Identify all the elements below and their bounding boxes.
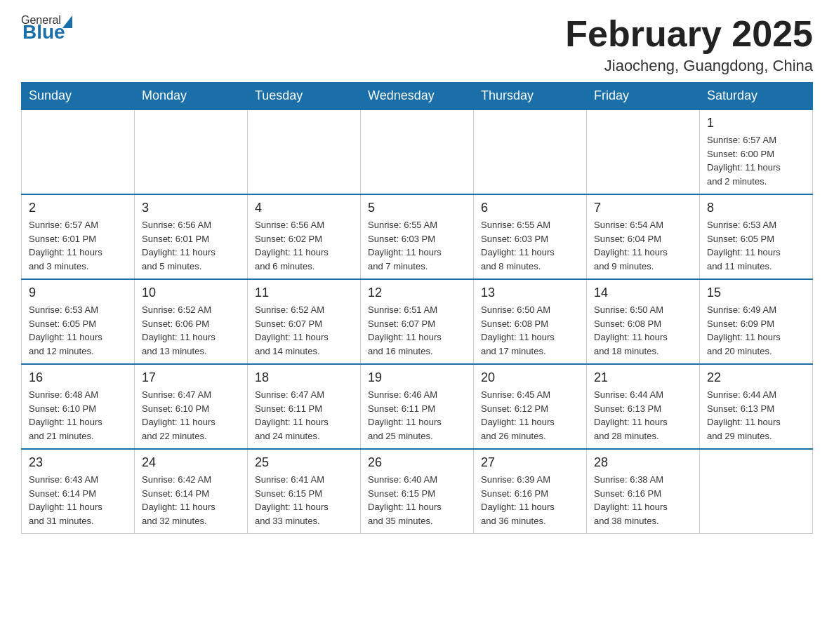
calendar-cell: 27Sunrise: 6:39 AMSunset: 6:16 PMDayligh… xyxy=(474,449,587,534)
day-number: 8 xyxy=(707,201,805,215)
day-info: Sunrise: 6:47 AMSunset: 6:11 PMDaylight:… xyxy=(255,388,353,443)
weekday-header-friday: Friday xyxy=(587,83,700,110)
day-number: 28 xyxy=(594,455,692,470)
location: Jiaocheng, Guangdong, China xyxy=(565,57,813,75)
day-number: 7 xyxy=(594,201,692,215)
calendar-cell: 25Sunrise: 6:41 AMSunset: 6:15 PMDayligh… xyxy=(248,449,361,534)
calendar-cell xyxy=(700,449,813,534)
day-number: 10 xyxy=(142,286,240,300)
logo-arrow-icon xyxy=(62,15,72,28)
day-info: Sunrise: 6:54 AMSunset: 6:04 PMDaylight:… xyxy=(594,218,692,273)
day-info: Sunrise: 6:56 AMSunset: 6:02 PMDaylight:… xyxy=(255,218,353,273)
calendar-cell: 14Sunrise: 6:50 AMSunset: 6:08 PMDayligh… xyxy=(587,279,700,364)
day-info: Sunrise: 6:47 AMSunset: 6:10 PMDaylight:… xyxy=(142,388,240,443)
day-number: 19 xyxy=(368,370,466,385)
day-info: Sunrise: 6:45 AMSunset: 6:12 PMDaylight:… xyxy=(481,388,579,443)
day-number: 21 xyxy=(594,370,692,385)
day-number: 23 xyxy=(29,455,127,470)
title-section: February 2025 Jiaocheng, Guangdong, Chin… xyxy=(565,14,813,75)
calendar-cell: 23Sunrise: 6:43 AMSunset: 6:14 PMDayligh… xyxy=(22,449,135,534)
calendar-cell: 1Sunrise: 6:57 AMSunset: 6:00 PMDaylight… xyxy=(700,109,813,194)
day-number: 9 xyxy=(29,286,127,300)
day-info: Sunrise: 6:52 AMSunset: 6:07 PMDaylight:… xyxy=(255,303,353,358)
calendar-week-5: 23Sunrise: 6:43 AMSunset: 6:14 PMDayligh… xyxy=(22,449,813,534)
day-info: Sunrise: 6:50 AMSunset: 6:08 PMDaylight:… xyxy=(594,303,692,358)
day-info: Sunrise: 6:55 AMSunset: 6:03 PMDaylight:… xyxy=(368,218,466,273)
page-header: General Blue February 2025 Jiaocheng, Gu… xyxy=(21,14,813,75)
month-title: February 2025 xyxy=(565,14,813,54)
day-number: 14 xyxy=(594,286,692,300)
day-info: Sunrise: 6:51 AMSunset: 6:07 PMDaylight:… xyxy=(368,303,466,358)
calendar-cell: 10Sunrise: 6:52 AMSunset: 6:06 PMDayligh… xyxy=(135,279,248,364)
day-number: 6 xyxy=(481,201,579,215)
calendar-cell: 8Sunrise: 6:53 AMSunset: 6:05 PMDaylight… xyxy=(700,194,813,279)
weekday-header-monday: Monday xyxy=(135,83,248,110)
calendar-cell xyxy=(587,109,700,194)
calendar-cell: 24Sunrise: 6:42 AMSunset: 6:14 PMDayligh… xyxy=(135,449,248,534)
day-number: 4 xyxy=(255,201,353,215)
calendar-cell: 3Sunrise: 6:56 AMSunset: 6:01 PMDaylight… xyxy=(135,194,248,279)
calendar-cell xyxy=(361,109,474,194)
calendar-cell xyxy=(135,109,248,194)
day-number: 26 xyxy=(368,455,466,470)
weekday-header-thursday: Thursday xyxy=(474,83,587,110)
calendar-cell: 21Sunrise: 6:44 AMSunset: 6:13 PMDayligh… xyxy=(587,364,700,449)
calendar-cell: 11Sunrise: 6:52 AMSunset: 6:07 PMDayligh… xyxy=(248,279,361,364)
day-number: 2 xyxy=(29,201,127,215)
weekday-header-row: SundayMondayTuesdayWednesdayThursdayFrid… xyxy=(22,83,813,110)
day-info: Sunrise: 6:55 AMSunset: 6:03 PMDaylight:… xyxy=(481,218,579,273)
calendar-cell: 26Sunrise: 6:40 AMSunset: 6:15 PMDayligh… xyxy=(361,449,474,534)
day-info: Sunrise: 6:50 AMSunset: 6:08 PMDaylight:… xyxy=(481,303,579,358)
day-info: Sunrise: 6:53 AMSunset: 6:05 PMDaylight:… xyxy=(29,303,127,358)
calendar-cell: 15Sunrise: 6:49 AMSunset: 6:09 PMDayligh… xyxy=(700,279,813,364)
day-number: 12 xyxy=(368,286,466,300)
weekday-header-saturday: Saturday xyxy=(700,83,813,110)
calendar-cell xyxy=(22,109,135,194)
calendar-cell: 2Sunrise: 6:57 AMSunset: 6:01 PMDaylight… xyxy=(22,194,135,279)
day-info: Sunrise: 6:57 AMSunset: 6:01 PMDaylight:… xyxy=(29,218,127,273)
day-number: 25 xyxy=(255,455,353,470)
day-number: 5 xyxy=(368,201,466,215)
day-info: Sunrise: 6:38 AMSunset: 6:16 PMDaylight:… xyxy=(594,473,692,528)
calendar-cell: 7Sunrise: 6:54 AMSunset: 6:04 PMDaylight… xyxy=(587,194,700,279)
day-info: Sunrise: 6:57 AMSunset: 6:00 PMDaylight:… xyxy=(707,133,805,188)
calendar-cell: 9Sunrise: 6:53 AMSunset: 6:05 PMDaylight… xyxy=(22,279,135,364)
weekday-header-tuesday: Tuesday xyxy=(248,83,361,110)
calendar-cell: 28Sunrise: 6:38 AMSunset: 6:16 PMDayligh… xyxy=(587,449,700,534)
day-number: 15 xyxy=(707,286,805,300)
day-info: Sunrise: 6:42 AMSunset: 6:14 PMDaylight:… xyxy=(142,473,240,528)
day-number: 13 xyxy=(481,286,579,300)
day-number: 1 xyxy=(707,116,805,130)
day-number: 11 xyxy=(255,286,353,300)
weekday-header-wednesday: Wednesday xyxy=(361,83,474,110)
calendar-cell: 6Sunrise: 6:55 AMSunset: 6:03 PMDaylight… xyxy=(474,194,587,279)
day-number: 18 xyxy=(255,370,353,385)
calendar-cell: 18Sunrise: 6:47 AMSunset: 6:11 PMDayligh… xyxy=(248,364,361,449)
calendar-cell: 20Sunrise: 6:45 AMSunset: 6:12 PMDayligh… xyxy=(474,364,587,449)
day-number: 16 xyxy=(29,370,127,385)
day-info: Sunrise: 6:46 AMSunset: 6:11 PMDaylight:… xyxy=(368,388,466,443)
calendar-cell: 4Sunrise: 6:56 AMSunset: 6:02 PMDaylight… xyxy=(248,194,361,279)
calendar-cell xyxy=(474,109,587,194)
day-number: 22 xyxy=(707,370,805,385)
calendar-cell: 22Sunrise: 6:44 AMSunset: 6:13 PMDayligh… xyxy=(700,364,813,449)
calendar-cell: 12Sunrise: 6:51 AMSunset: 6:07 PMDayligh… xyxy=(361,279,474,364)
calendar-week-3: 9Sunrise: 6:53 AMSunset: 6:05 PMDaylight… xyxy=(22,279,813,364)
logo: General Blue xyxy=(21,14,74,43)
day-number: 24 xyxy=(142,455,240,470)
day-info: Sunrise: 6:44 AMSunset: 6:13 PMDaylight:… xyxy=(594,388,692,443)
day-info: Sunrise: 6:49 AMSunset: 6:09 PMDaylight:… xyxy=(707,303,805,358)
calendar-cell xyxy=(248,109,361,194)
calendar-cell: 19Sunrise: 6:46 AMSunset: 6:11 PMDayligh… xyxy=(361,364,474,449)
day-info: Sunrise: 6:43 AMSunset: 6:14 PMDaylight:… xyxy=(29,473,127,528)
weekday-header-sunday: Sunday xyxy=(22,83,135,110)
day-number: 20 xyxy=(481,370,579,385)
calendar-cell: 17Sunrise: 6:47 AMSunset: 6:10 PMDayligh… xyxy=(135,364,248,449)
calendar-week-1: 1Sunrise: 6:57 AMSunset: 6:00 PMDaylight… xyxy=(22,109,813,194)
calendar-week-4: 16Sunrise: 6:48 AMSunset: 6:10 PMDayligh… xyxy=(22,364,813,449)
day-info: Sunrise: 6:48 AMSunset: 6:10 PMDaylight:… xyxy=(29,388,127,443)
day-info: Sunrise: 6:44 AMSunset: 6:13 PMDaylight:… xyxy=(707,388,805,443)
day-info: Sunrise: 6:53 AMSunset: 6:05 PMDaylight:… xyxy=(707,218,805,273)
day-info: Sunrise: 6:39 AMSunset: 6:16 PMDaylight:… xyxy=(481,473,579,528)
day-info: Sunrise: 6:40 AMSunset: 6:15 PMDaylight:… xyxy=(368,473,466,528)
